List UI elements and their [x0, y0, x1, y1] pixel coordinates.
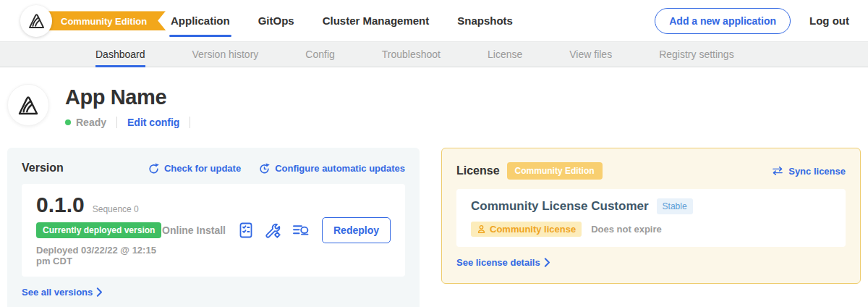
version-number: 0.1.0	[36, 194, 85, 216]
deployed-timestamp: Deployed 03/22/22 @ 12:15 pm CDT	[36, 245, 162, 266]
configure-automatic-updates-label: Configure automatic updates	[275, 163, 405, 174]
current-version-panel: 0.1.0 Sequence 0 Currently deployed vers…	[22, 184, 405, 277]
tab-snapshots-label: Snapshots	[457, 14, 513, 27]
replicated-logo-icon	[27, 11, 46, 30]
subnav-item-dashboard[interactable]: Dashboard	[95, 42, 145, 67]
divider	[190, 117, 190, 128]
subnav-license-label: License	[488, 49, 522, 60]
tab-gitops[interactable]: GitOps	[257, 0, 296, 41]
sync-arrows-icon	[771, 166, 784, 176]
subnav-item-troubleshoot[interactable]: Troubleshoot	[382, 42, 441, 67]
tab-snapshots[interactable]: Snapshots	[456, 0, 514, 41]
redeploy-button[interactable]: Redeploy	[322, 217, 391, 243]
view-logs-search-icon[interactable]	[292, 222, 310, 239]
subnav-item-registry-settings[interactable]: Registry settings	[659, 42, 733, 67]
app-subnav: Dashboard Version history Config Trouble…	[0, 41, 868, 67]
subnav-item-view-files[interactable]: View files	[569, 42, 612, 67]
dashboard-main: Version Check for update	[0, 148, 868, 307]
add-new-application-button[interactable]: Add a new application	[655, 8, 791, 34]
see-license-details-label: See license details	[456, 257, 540, 268]
see-all-versions-link[interactable]: See all versions	[22, 287, 103, 298]
check-for-update-link[interactable]: Check for update	[148, 162, 241, 174]
brand-logo-area: Community Edition	[20, 5, 152, 37]
license-card-header: License Community Edition Sync license	[456, 162, 846, 180]
subnav-dashboard-label: Dashboard	[95, 49, 145, 60]
community-edition-ribbon: Community Edition	[36, 11, 166, 30]
subnav-config-label: Config	[305, 49, 334, 60]
config-wrench-gear-icon[interactable]	[264, 222, 282, 240]
top-navbar: Community Edition Application GitOps Clu…	[0, 0, 868, 41]
sync-license-label: Sync license	[788, 166, 846, 177]
license-type-label: Community license	[490, 224, 576, 235]
license-type-badge: Community license	[471, 222, 582, 237]
app-header: App Name Ready Edit config	[0, 67, 868, 148]
status-dot	[65, 119, 71, 125]
subnav-registry-settings-label: Registry settings	[659, 49, 733, 60]
subnav-version-history-label: Version history	[192, 49, 259, 60]
person-icon	[477, 224, 486, 234]
divider	[116, 117, 117, 128]
license-card-title: License	[456, 164, 500, 177]
license-header-links: Sync license	[771, 166, 846, 177]
version-number-row: 0.1.0 Sequence 0	[36, 194, 162, 216]
app-status-row: Ready Edit config	[65, 117, 200, 128]
version-card: Version Check for update	[7, 148, 420, 307]
subnav-view-files-label: View files	[569, 49, 612, 60]
version-actions: Online Install	[162, 217, 391, 243]
refresh-icon	[148, 162, 160, 174]
sequence-label: Sequence 0	[93, 204, 139, 214]
app-info: App Name Ready Edit config	[65, 84, 200, 128]
tab-cluster-management-label: Cluster Management	[323, 14, 430, 27]
subnav-item-config[interactable]: Config	[305, 42, 334, 67]
subnav-troubleshoot-label: Troubleshoot	[382, 49, 441, 60]
install-type-label: Online Install	[162, 224, 226, 236]
license-meta-row: Community license Does not expire	[471, 222, 831, 237]
version-action-icons	[237, 222, 310, 240]
community-edition-badge: Community Edition	[507, 162, 603, 180]
configure-automatic-updates-link[interactable]: Configure automatic updates	[258, 162, 405, 174]
version-card-header: Version Check for update	[22, 161, 405, 174]
status-label: Ready	[76, 117, 106, 128]
brand-logo-circle[interactable]	[20, 5, 52, 37]
version-details: 0.1.0 Sequence 0 Currently deployed vers…	[36, 194, 162, 266]
community-edition-ribbon-label: Community Edition	[61, 15, 147, 26]
currently-deployed-badge: Currently deployed version	[36, 222, 161, 238]
tab-cluster-management[interactable]: Cluster Management	[321, 0, 431, 41]
page-title: App Name	[65, 85, 200, 109]
tab-application-label: Application	[171, 14, 230, 27]
tab-gitops-label: GitOps	[258, 14, 294, 27]
see-license-details-link[interactable]: See license details	[456, 257, 550, 268]
customer-row: Community License Customer Stable	[471, 198, 831, 214]
version-card-title: Version	[22, 161, 64, 174]
subnav-item-version-history[interactable]: Version history	[192, 42, 259, 67]
primary-nav-tabs: Application GitOps Cluster Management Sn…	[169, 0, 540, 41]
subnav-item-license[interactable]: License	[488, 42, 522, 67]
version-header-links: Check for update Configure automatic upd…	[148, 162, 405, 174]
see-all-versions-label: See all versions	[22, 287, 93, 298]
check-for-update-label: Check for update	[164, 163, 241, 174]
expiry-text: Does not expire	[591, 224, 662, 235]
channel-badge: Stable	[657, 198, 693, 214]
edit-config-link[interactable]: Edit config	[127, 117, 179, 128]
chevron-right-icon	[96, 287, 103, 297]
chevron-right-icon	[544, 258, 550, 267]
sync-license-link[interactable]: Sync license	[771, 166, 846, 177]
customer-name: Community License Customer	[471, 199, 649, 214]
logout-button[interactable]: Log out	[809, 14, 849, 27]
preflight-checklist-icon[interactable]	[237, 222, 255, 239]
license-card: License Community Edition Sync license	[441, 148, 861, 284]
license-details-panel: Community License Customer Stable Commun…	[456, 189, 846, 247]
clock-refresh-icon	[258, 162, 271, 174]
tab-application[interactable]: Application	[169, 0, 231, 41]
app-avatar	[7, 84, 49, 126]
app-logo-icon	[16, 93, 41, 117]
